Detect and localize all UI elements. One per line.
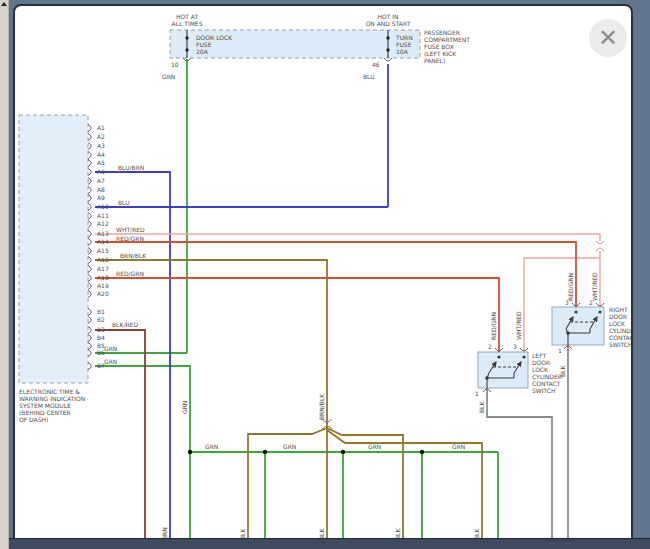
wiring-diagram-canvas [13,4,633,542]
left-switch-box [478,352,528,388]
module-pin-a20: A20 [97,290,109,297]
module-pin-a8: A8 [97,186,105,193]
module-pin-a2: A2 [97,133,105,140]
wire-label-b6: GRN [104,345,117,352]
fuse-wire-blu: BLU [363,73,375,80]
module-pin-a10: A10 [97,203,109,210]
wire-label-a10: BLU [118,199,130,206]
module-pin-b6: B6 [97,349,105,356]
module-pin-b5: B5 [97,342,105,349]
wire-green [95,59,498,539]
module-pin-a15: A15 [97,247,109,254]
vert-label-whtred-left: WHT/RED [515,311,522,340]
left-switch-caption: LEFT DOOR LOCK CYLINDER CONTACT SWITCH [532,352,562,394]
door-lock-fuse-label: DOOR LOCK FUSE 20A [196,34,232,55]
module-pin-a18: A18 [97,274,109,281]
module-pin-b7: B7 [97,362,105,369]
sw-right-pin-2: 2 [589,299,593,306]
wire-blue [95,64,388,539]
wire-label-a18: RED/GRN [116,270,144,277]
module-pin-a13: A13 [97,230,109,237]
wire-label-a14: RED/GRN [116,235,144,242]
bus-label-grn-3: GRN [368,443,381,450]
close-button[interactable]: ✕ [589,19,627,57]
wiring-diagram: HOT AT ALL TIMES HOT IN ON AND START DOO… [13,4,633,542]
module-pin-b4: B4 [97,334,105,341]
module-pin-a7: A7 [97,177,105,184]
module-pin-b2: B2 [97,316,105,323]
wire-label-a6: BLU/BRN [118,164,144,171]
vert-label-blk-rightsw: BLK [559,366,566,377]
right-switch-caption: RIGHT DOOR LOCK CYLINDER CONTACT SWITCH [609,306,633,348]
sw-left-pin-1: 1 [475,390,479,397]
page-scrollbar[interactable] [0,0,9,549]
right-switch-box [552,307,604,345]
module-box-outline [19,115,88,383]
module-pin-a4: A4 [97,151,105,158]
close-icon: ✕ [598,26,618,50]
module-pin-a1: A1 [97,124,105,131]
module-pin-b3: B3 [97,326,105,333]
window-bottom-bar [8,538,650,549]
fuse-pin-10: 10 [171,61,179,68]
turn-fuse-label: TURN FUSE 10A [396,34,413,55]
fuse-pin-46: 46 [372,61,380,68]
module-pin-a5: A5 [97,159,105,166]
wire-label-a13: WHT/RED [116,226,145,233]
bus-label-grn-1: GRN [205,443,218,450]
vert-label-grn: GRN [181,401,188,414]
module-pin-a16: A16 [97,256,109,263]
wire-label-b3: BLK/RED [112,321,138,328]
module-pin-a6: A6 [97,168,105,175]
wire-label-b7: GRN [104,358,117,365]
sw-right-pin-3: 3 [565,299,569,306]
vert-label-whtred-right: WHT/RED [591,272,598,301]
module-pin-a12: A12 [97,220,109,227]
module-pin-a17: A17 [97,265,109,272]
hot-in-on-and-start-label: HOT IN ON AND START [352,13,424,27]
vert-label-brnblk: BRN/BLK [318,394,325,420]
fuse-box-caption: PASSENGER COMPARTMENT FUSE BOX (LEFT KIC… [424,29,470,64]
connector-whtred-icon [596,241,604,251]
module-pin-a9: A9 [97,194,105,201]
module-pin-a11: A11 [97,212,109,219]
wire-label-a16: BRN/BLK [120,252,146,259]
scrollbar-up-icon [1,2,7,6]
module-pin-a3: A3 [97,142,105,149]
fuse-wire-grn: GRN [162,73,175,80]
hot-at-all-times-label: HOT AT ALL TIMES [158,13,216,27]
diagram-viewer-panel: HOT AT ALL TIMES HOT IN ON AND START DOO… [13,4,633,542]
module-pin-a14: A14 [97,238,109,245]
vert-label-redgrn-left: RED/GRN [490,312,497,340]
sw-right-pin-1: 1 [558,347,562,354]
module-caption: ELECTRONIC TIME & WARNING INDICATION SYS… [19,388,85,423]
bus-label-grn-2: GRN [283,443,296,450]
wire-red-green [95,242,576,352]
vert-label-blk-leftsw: BLK [478,402,485,413]
wire-brown-black [95,260,482,539]
sw-left-pin-3: 3 [513,343,517,350]
module-pin-b1: B1 [97,308,105,315]
sw-left-pin-2: 2 [488,343,492,350]
vert-label-redgrn-right: RED/GRN [567,273,574,301]
module-pin-a19: A19 [97,282,109,289]
bus-label-grn-4: GRN [452,443,465,450]
